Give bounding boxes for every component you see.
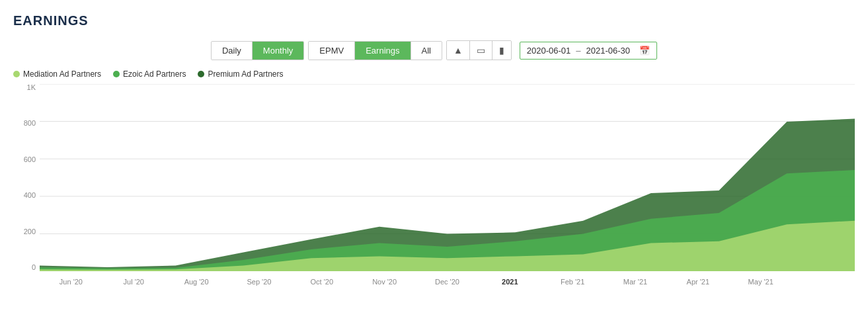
- legend-item-premium: Premium Ad Partners: [198, 69, 283, 79]
- date-end: 2021-06-30: [586, 46, 631, 56]
- tablet-icon-btn[interactable]: ▭: [470, 41, 493, 60]
- desktop-icon: ▮: [499, 45, 504, 56]
- chart-svg: [40, 84, 855, 271]
- date-separator: –: [576, 46, 580, 56]
- x-label-end: [792, 278, 855, 286]
- y-label-600: 600: [24, 156, 36, 163]
- x-label-jul20: Jul '20: [102, 278, 165, 286]
- mobile-icon: ▲: [454, 45, 463, 56]
- x-label-feb21: Feb '21: [541, 278, 604, 286]
- btn-daily[interactable]: Daily: [212, 42, 253, 60]
- x-label-dec20: Dec '20: [416, 278, 479, 286]
- legend-dot-mediation: [13, 71, 20, 77]
- chart-inner: [40, 84, 855, 271]
- y-label-0: 0: [32, 264, 36, 271]
- legend-label-ezoic: Ezoic Ad Partners: [123, 69, 186, 79]
- x-label-apr21: Apr '21: [666, 278, 729, 286]
- metric-button-group: EPMV Earnings All: [308, 41, 442, 60]
- date-range-picker[interactable]: 2020-06-01 – 2021-06-30 📅: [520, 42, 657, 60]
- btn-monthly[interactable]: Monthly: [253, 42, 304, 60]
- page-title: EARNINGS: [13, 13, 855, 28]
- device-button-group: ▲ ▭ ▮: [446, 40, 512, 60]
- earnings-container: EARNINGS Daily Monthly EPMV Earnings All…: [0, 0, 868, 336]
- legend-label-premium: Premium Ad Partners: [208, 69, 283, 79]
- y-label-400: 400: [24, 192, 36, 199]
- desktop-icon-btn[interactable]: ▮: [493, 41, 511, 60]
- legend-item-ezoic: Ezoic Ad Partners: [113, 69, 186, 79]
- x-axis: Jun '20 Jul '20 Aug '20 Sep '20 Oct '20 …: [40, 271, 855, 286]
- chart-legend: Mediation Ad Partners Ezoic Ad Partners …: [13, 69, 855, 79]
- date-start: 2020-06-01: [527, 46, 571, 56]
- controls-bar: Daily Monthly EPMV Earnings All ▲ ▭ ▮ 20…: [13, 40, 855, 60]
- y-label-200: 200: [24, 228, 36, 235]
- legend-dot-ezoic: [113, 71, 120, 77]
- tablet-icon: ▭: [477, 45, 485, 56]
- x-label-jun20: Jun '20: [40, 278, 102, 286]
- btn-all[interactable]: All: [411, 42, 442, 60]
- btn-epmv[interactable]: EPMV: [309, 42, 355, 60]
- y-label-1k: 1K: [27, 84, 36, 91]
- x-label-sep20: Sep '20: [228, 278, 291, 286]
- x-label-oct20: Oct '20: [290, 278, 353, 286]
- x-label-aug20: Aug '20: [165, 278, 228, 286]
- x-label-may21: May '21: [729, 278, 792, 286]
- x-label-mar21: Mar '21: [604, 278, 667, 286]
- y-label-800: 800: [24, 120, 36, 127]
- legend-label-mediation: Mediation Ad Partners: [23, 69, 101, 79]
- btn-earnings[interactable]: Earnings: [355, 42, 411, 60]
- time-button-group: Daily Monthly: [211, 41, 304, 60]
- mobile-icon-btn[interactable]: ▲: [447, 41, 470, 60]
- x-label-nov20: Nov '20: [353, 278, 416, 286]
- y-axis: 1K 800 600 400 200 0: [13, 84, 40, 286]
- calendar-icon: 📅: [639, 46, 650, 56]
- x-label-2021: 2021: [479, 278, 541, 286]
- legend-item-mediation: Mediation Ad Partners: [13, 69, 101, 79]
- legend-dot-premium: [198, 71, 204, 77]
- x-labels: Jun '20 Jul '20 Aug '20 Sep '20 Oct '20 …: [40, 278, 855, 286]
- chart-area: 1K 800 600 400 200 0: [13, 84, 855, 286]
